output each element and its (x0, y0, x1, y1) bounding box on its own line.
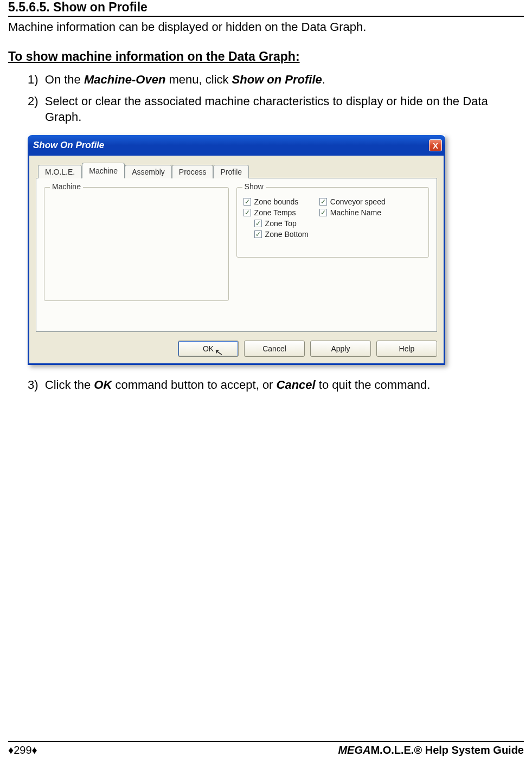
tab-mole[interactable]: M.O.L.E. (38, 165, 82, 178)
guide-title-rest: M.O.L.E.® Help System Guide (370, 744, 524, 756)
step-number: 2) (28, 94, 39, 108)
tab-strip: M.O.L.E. Machine Assembly Process Profil… (38, 162, 437, 178)
check-icon: ✓ (254, 230, 262, 238)
check-icon: ✓ (243, 198, 251, 206)
step-number: 3) (28, 378, 39, 392)
checkbox-zone-top[interactable]: ✓ Zone Top (254, 219, 309, 228)
step-text: On the (45, 73, 84, 86)
step-text: command button to accept, or (112, 378, 276, 392)
show-columns: ✓ Zone bounds ✓ Zone Temps ✓ Zone Top (243, 197, 422, 241)
checkbox-label: Zone Top (265, 219, 297, 228)
checkbox-zone-temps[interactable]: ✓ Zone Temps (243, 208, 309, 217)
intro-text: Machine information can be displayed or … (8, 20, 524, 34)
checkbox-machine-name[interactable]: ✓ Machine Name (319, 208, 386, 217)
close-button[interactable]: X (429, 139, 442, 151)
dialog-body: M.O.L.E. Machine Assembly Process Profil… (28, 156, 445, 365)
steps-list: 1) On the Machine-Oven menu, click Show … (8, 72, 524, 125)
step-3: 3) Click the OK command button to accept… (28, 377, 524, 393)
groupbox-legend: Show (242, 182, 266, 191)
tab-page-machine: Machine Show ✓ Zone bounds ✓ Zone Temps (36, 178, 437, 332)
sub-heading: To show machine information on the Data … (8, 49, 524, 64)
checkbox-label: Zone bounds (254, 197, 299, 206)
tab-profile[interactable]: Profile (213, 165, 249, 178)
tab-machine[interactable]: Machine (82, 163, 125, 178)
step-text: . (322, 73, 325, 86)
step-1: 1) On the Machine-Oven menu, click Show … (28, 72, 524, 88)
step-2: 2) Select or clear the associated machin… (28, 93, 524, 125)
show-col-left: ✓ Zone bounds ✓ Zone Temps ✓ Zone Top (243, 197, 309, 241)
cursor-icon: ↖ (214, 346, 224, 359)
checkbox-conveyor-speed[interactable]: ✓ Conveyor speed (319, 197, 386, 206)
steps-list-cont: 3) Click the OK command button to accept… (8, 377, 524, 393)
check-icon: ✓ (243, 209, 251, 216)
tab-assembly[interactable]: Assembly (125, 165, 172, 178)
dialog-button-row: OK ↖ Cancel Apply Help (36, 341, 437, 357)
section-heading: 5.5.6.5. Show on Profile (8, 0, 524, 17)
step-text: to quit the command. (316, 378, 431, 392)
check-icon: ✓ (319, 209, 327, 216)
step-text: Select or clear the associated machine c… (45, 94, 488, 124)
check-icon: ✓ (319, 198, 327, 206)
step-text: Click the (45, 378, 94, 392)
cancel-button[interactable]: Cancel (244, 341, 305, 357)
checkbox-zone-bounds[interactable]: ✓ Zone bounds (243, 197, 309, 206)
show-col-right: ✓ Conveyor speed ✓ Machine Name (319, 197, 386, 241)
checkbox-label: Zone Bottom (265, 230, 309, 239)
close-icon: X (433, 141, 438, 150)
ok-ref: OK (94, 378, 112, 392)
groupbox-machine: Machine (44, 187, 229, 301)
checkbox-zone-bottom[interactable]: ✓ Zone Bottom (254, 230, 309, 239)
checkbox-label: Zone Temps (254, 208, 296, 217)
command-name: Show on Profile (232, 73, 322, 86)
check-icon: ✓ (254, 220, 262, 227)
page-number: ♦299♦ (8, 744, 37, 756)
step-text: menu, click (165, 73, 232, 86)
checkbox-label: Conveyor speed (330, 197, 386, 206)
guide-title-prefix: MEGA (338, 744, 370, 756)
guide-title: MEGAM.O.L.E.® Help System Guide (338, 744, 524, 756)
button-label: OK (203, 344, 214, 353)
help-button[interactable]: Help (376, 341, 437, 357)
step-number: 1) (28, 73, 39, 86)
dialog-titlebar: Show On Profile X (28, 135, 445, 156)
groupbox-legend: Machine (50, 182, 83, 191)
page-footer: ♦299♦ MEGAM.O.L.E.® Help System Guide (8, 741, 524, 756)
tab-process[interactable]: Process (172, 165, 214, 178)
dialog-show-on-profile: Show On Profile X M.O.L.E. Machine Assem… (28, 135, 445, 365)
apply-button[interactable]: Apply (310, 341, 371, 357)
cancel-ref: Cancel (277, 378, 316, 392)
groupbox-show: Show ✓ Zone bounds ✓ Zone Temps ✓ (236, 187, 429, 258)
dialog-title: Show On Profile (33, 140, 104, 151)
ok-button[interactable]: OK ↖ (178, 341, 239, 357)
menu-name: Machine-Oven (84, 73, 165, 86)
checkbox-label: Machine Name (330, 208, 381, 217)
